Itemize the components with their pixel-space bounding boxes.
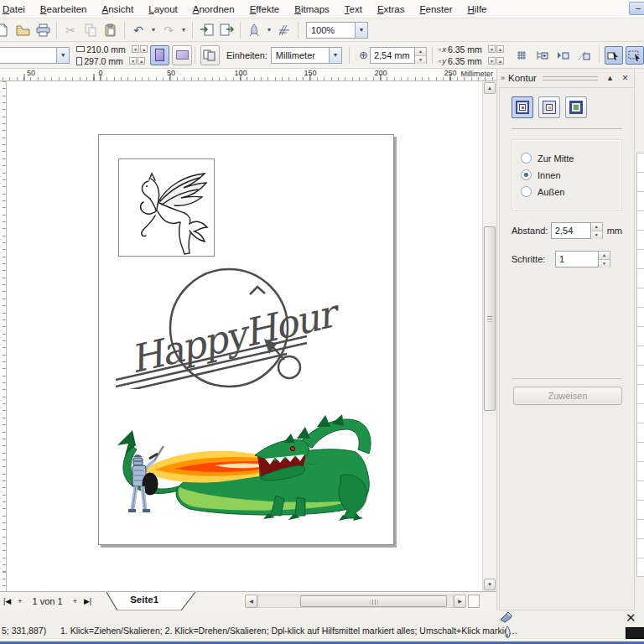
weld-icon[interactable] bbox=[275, 21, 293, 39]
paper-width-field[interactable]: 210.0 mm bbox=[86, 44, 130, 55]
add-page-after-button[interactable]: + bbox=[70, 597, 80, 605]
docker-collapse-icon[interactable]: ▲ bbox=[604, 74, 616, 82]
cut-icon[interactable]: ✂ bbox=[61, 21, 80, 39]
paper-width-spinner[interactable]: ▼▲ bbox=[132, 45, 148, 53]
scroll-right-icon[interactable]: ▶ bbox=[454, 595, 466, 608]
portrait-button[interactable] bbox=[150, 45, 169, 65]
menu-ansicht[interactable]: Ansicht bbox=[95, 2, 142, 17]
paper-size-select[interactable]: ▼ bbox=[0, 47, 70, 64]
menu-extras[interactable]: Extras bbox=[370, 2, 413, 17]
treat-as-filled-icon[interactable] bbox=[605, 46, 623, 65]
duplicate-y-spinner[interactable]: ▼▲ bbox=[488, 57, 504, 65]
dynamic-guides-icon[interactable] bbox=[575, 46, 594, 65]
vertical-ruler[interactable] bbox=[0, 81, 7, 591]
color-palette-strip[interactable] bbox=[634, 69, 644, 610]
import-icon[interactable] bbox=[197, 21, 216, 39]
happy-hour-logo[interactable]: HappyHour bbox=[116, 263, 342, 389]
schritte-field[interactable]: 1 bbox=[555, 251, 599, 267]
nudge-spinner[interactable]: ▲▼ bbox=[415, 47, 427, 64]
document-page[interactable]: HappyHour bbox=[98, 134, 394, 545]
cursor-coordinates: 5; 331,887) bbox=[2, 626, 46, 636]
pegasus-drawing[interactable] bbox=[118, 158, 215, 257]
docker-close-icon[interactable]: × bbox=[620, 72, 631, 84]
canvas[interactable]: HappyHour bbox=[7, 81, 482, 591]
paper-width-icon bbox=[76, 46, 85, 52]
menu-anordnen[interactable]: Anordnen bbox=[185, 2, 242, 17]
scroll-left-icon[interactable]: ◀ bbox=[245, 595, 257, 608]
contour-inside-button[interactable] bbox=[538, 96, 560, 118]
duplicate-x-label: ▫x bbox=[439, 44, 446, 54]
all-pages-button[interactable] bbox=[200, 45, 220, 65]
abstand-field[interactable]: 2,54 bbox=[551, 222, 591, 239]
duplicate-x-spinner[interactable]: ▼▲ bbox=[488, 45, 504, 53]
apply-separator bbox=[512, 378, 622, 379]
horizontal-ruler[interactable]: 50 0 50 100 150 200 250 Millimeter bbox=[0, 69, 496, 81]
units-dropdown-icon[interactable]: ▼ bbox=[329, 48, 341, 63]
duplicate-y-field[interactable]: 6.35 mm bbox=[448, 56, 486, 66]
schritte-spinner[interactable]: ▲▼ bbox=[599, 251, 610, 267]
minimize-button[interactable]: – bbox=[629, 2, 644, 15]
menu-effekte[interactable]: Effekte bbox=[242, 2, 288, 17]
open-icon[interactable] bbox=[13, 21, 32, 39]
menu-bitmaps[interactable]: Bitmaps bbox=[287, 2, 337, 17]
landscape-button[interactable] bbox=[172, 45, 191, 65]
redo-dropdown-icon[interactable]: ▼ bbox=[179, 27, 188, 33]
nudge-offset-field[interactable]: 2,54 mm bbox=[370, 47, 415, 64]
first-page-button[interactable]: |◀ bbox=[0, 597, 14, 605]
contour-outside-button[interactable] bbox=[565, 96, 587, 118]
radio-icon[interactable] bbox=[521, 153, 532, 164]
page-tab-seite1[interactable]: Seite1 bbox=[103, 592, 202, 611]
paper-height-spinner[interactable]: ▼▲ bbox=[129, 57, 145, 65]
menu-datei[interactable]: Datei bbox=[0, 2, 33, 17]
last-page-button[interactable]: ▶| bbox=[80, 597, 95, 605]
color-palette-cells[interactable] bbox=[636, 153, 644, 577]
scroll-up-icon[interactable]: ▲ bbox=[484, 82, 496, 94]
copy-icon[interactable] bbox=[81, 21, 100, 39]
scroll-down-icon[interactable]: ▼ bbox=[484, 579, 496, 590]
units-select[interactable]: Millimeter ▼ bbox=[271, 47, 342, 64]
zoom-dropdown-icon[interactable]: ▼ bbox=[355, 23, 367, 38]
vertical-scrollbar-thumb[interactable] bbox=[484, 226, 496, 411]
application-launcher-icon[interactable] bbox=[245, 21, 263, 39]
abstand-spinner[interactable]: ▲▼ bbox=[591, 222, 603, 239]
snap-to-grid-icon[interactable] bbox=[512, 46, 531, 65]
launcher-dropdown-icon[interactable]: ▼ bbox=[265, 27, 273, 33]
paper-height-field[interactable]: 297.0 mm bbox=[84, 56, 127, 66]
menu-hilfe[interactable]: Hilfe bbox=[460, 2, 494, 17]
undo-dropdown-icon[interactable]: ▼ bbox=[149, 27, 158, 33]
ruler-label: 200 bbox=[374, 69, 387, 77]
add-page-before-button[interactable]: + bbox=[14, 597, 25, 605]
paste-icon[interactable] bbox=[101, 21, 120, 39]
snap-to-objects-icon[interactable] bbox=[554, 46, 573, 65]
export-icon[interactable] bbox=[217, 21, 236, 39]
undo-icon[interactable]: ↶ bbox=[129, 21, 148, 39]
ruler-label: 50 bbox=[167, 69, 175, 77]
menu-text[interactable]: Text bbox=[337, 2, 370, 17]
print-icon[interactable] bbox=[34, 21, 52, 39]
marquee-select-icon[interactable] bbox=[626, 46, 644, 65]
radio-aussen[interactable]: Außen bbox=[521, 186, 613, 197]
toolbar-separator bbox=[240, 22, 241, 39]
snap-to-guidelines-icon[interactable] bbox=[533, 46, 552, 65]
docker-area: » Kontur ▲ × bbox=[496, 69, 644, 610]
zoom-level-select[interactable]: 100% ▼ bbox=[306, 22, 368, 39]
menu-layout[interactable]: Layout bbox=[141, 2, 185, 17]
horizontal-scrollbar-thumb[interactable] bbox=[300, 595, 447, 607]
new-document-icon[interactable] bbox=[0, 21, 12, 39]
duplicate-x-field[interactable]: 6.35 mm bbox=[448, 44, 486, 55]
radio-zur-mitte[interactable]: Zur Mitte bbox=[521, 153, 613, 164]
horizontal-scrollbar[interactable]: ◀ ▶ bbox=[245, 594, 480, 609]
radio-innen[interactable]: Innen bbox=[521, 169, 613, 180]
docker-title-bar[interactable]: » Kontur ▲ × bbox=[497, 69, 634, 87]
zuweisen-button[interactable]: Zuweisen bbox=[513, 387, 622, 405]
redo-icon[interactable]: ↷ bbox=[159, 21, 178, 39]
dragon-knight-drawing[interactable] bbox=[106, 403, 374, 521]
contour-to-center-button[interactable] bbox=[512, 96, 533, 118]
menu-bearbeiten[interactable]: Bearbeiten bbox=[33, 2, 95, 17]
radio-icon-checked[interactable] bbox=[521, 169, 532, 180]
radio-icon[interactable] bbox=[521, 186, 532, 197]
vertical-scrollbar[interactable]: ▲ ▼ bbox=[482, 81, 496, 591]
paper-size-dropdown-icon[interactable]: ▼ bbox=[56, 48, 69, 63]
menu-fenster[interactable]: Fenster bbox=[412, 2, 460, 17]
duplicate-y-label: ▫y bbox=[439, 56, 446, 65]
